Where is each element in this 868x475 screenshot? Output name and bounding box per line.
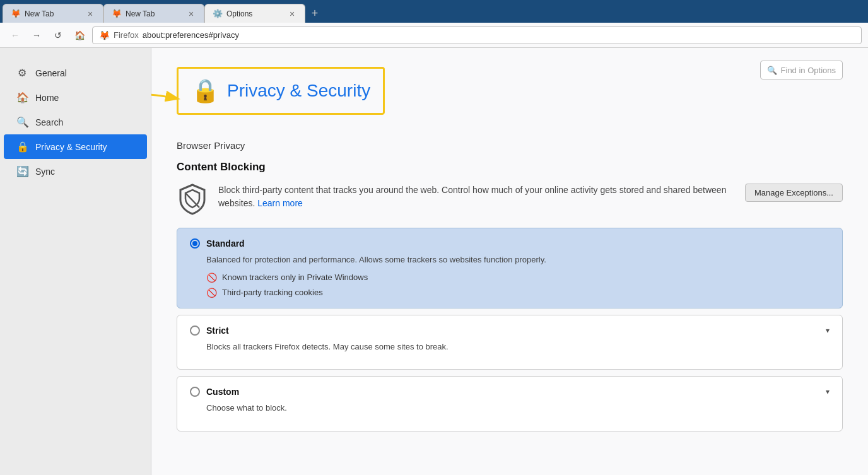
strict-description: Blocks all trackers Firefox detects. May… bbox=[206, 341, 830, 353]
gear-icon: ⚙ bbox=[16, 67, 28, 79]
lock-icon: 🔒 bbox=[16, 141, 28, 153]
shield-icon-wrapper bbox=[177, 184, 208, 215]
page-title-section: 🔒 Privacy & Security bbox=[177, 67, 385, 115]
tab-favicon-2: 🦊 bbox=[112, 9, 122, 18]
tab-list: 🦊 New Tab × 🦊 New Tab × ⚙️ Options × + bbox=[0, 0, 324, 23]
blocking-header: Block third-party content that tracks yo… bbox=[177, 184, 843, 215]
sidebar-label-home: Home bbox=[35, 93, 59, 103]
title-bar: 🦊 New Tab × 🦊 New Tab × ⚙️ Options × + bbox=[0, 0, 868, 23]
tab-favicon-3: ⚙️ bbox=[213, 9, 223, 18]
sync-icon: 🔄 bbox=[16, 165, 28, 177]
search-icon: 🔍 bbox=[16, 116, 28, 128]
forward-button[interactable]: → bbox=[28, 26, 45, 44]
address-bar: ← → ↺ 🏠 🦊 Firefox about:preferences#priv… bbox=[0, 23, 868, 48]
content-blocking-heading: Content Blocking bbox=[177, 161, 843, 173]
tracker-icon-1: 🚫 bbox=[206, 273, 217, 283]
blocking-description-wrapper: Block third-party content that tracks yo… bbox=[218, 184, 735, 210]
refresh-button[interactable]: ↺ bbox=[49, 26, 67, 44]
back-button[interactable]: ← bbox=[6, 26, 24, 44]
page-title-highlight: 🔒 Privacy & Security bbox=[177, 67, 385, 115]
find-placeholder: Find in Options bbox=[781, 66, 836, 75]
tab-close-2[interactable]: × bbox=[186, 9, 196, 19]
tab-label-2: New Tab bbox=[126, 9, 155, 18]
tab-close-3[interactable]: × bbox=[287, 9, 297, 19]
radio-option-custom[interactable]: Custom ▾ Choose what to block. bbox=[177, 376, 843, 431]
new-tab-button[interactable]: + bbox=[305, 4, 324, 23]
browser-content: ⚙ General 🏠 Home 🔍 Search 🔒 Privacy & Se… bbox=[0, 48, 868, 475]
custom-header: Custom ▾ bbox=[190, 387, 830, 397]
home-icon: 🏠 bbox=[16, 91, 28, 103]
standard-description: Balanced for protection and performance.… bbox=[206, 254, 830, 266]
find-icon: 🔍 bbox=[767, 66, 777, 75]
tracker-icon-2: 🚫 bbox=[206, 288, 217, 298]
sidebar-label-sync: Sync bbox=[35, 167, 55, 177]
privacy-lock-icon: 🔒 bbox=[191, 78, 220, 104]
custom-radio[interactable] bbox=[190, 387, 200, 397]
sidebar-item-home[interactable]: 🏠 Home bbox=[4, 85, 147, 110]
firefox-label: Firefox bbox=[114, 30, 139, 40]
custom-description: Choose what to block. bbox=[206, 402, 830, 414]
standard-feature-1: 🚫 Known trackers only in Private Windows bbox=[206, 273, 830, 283]
sidebar-label-general: General bbox=[35, 68, 67, 78]
url-display[interactable]: about:preferences#privacy bbox=[143, 30, 855, 40]
svg-line-1 bbox=[185, 193, 199, 208]
tab-new-tab-1[interactable]: 🦊 New Tab × bbox=[3, 4, 103, 23]
custom-expand-icon: ▾ bbox=[826, 387, 830, 396]
feature-text-2: Third-party tracking cookies bbox=[222, 288, 323, 297]
standard-header: Standard bbox=[190, 238, 830, 249]
radio-option-standard[interactable]: Standard Balanced for protection and per… bbox=[177, 228, 843, 308]
strict-header: Strict ▾ bbox=[190, 325, 830, 336]
custom-label: Custom bbox=[206, 387, 239, 397]
sidebar-item-sync[interactable]: 🔄 Sync bbox=[4, 159, 147, 184]
address-input-wrapper[interactable]: 🦊 Firefox about:preferences#privacy bbox=[92, 26, 862, 44]
standard-radio[interactable] bbox=[190, 238, 200, 249]
feature-text-1: Known trackers only in Private Windows bbox=[222, 273, 368, 282]
learn-more-link[interactable]: Learn more bbox=[257, 198, 303, 208]
standard-feature-2: 🚫 Third-party tracking cookies bbox=[206, 288, 830, 298]
sidebar-item-search[interactable]: 🔍 Search bbox=[4, 110, 147, 134]
tab-label-3: Options bbox=[226, 9, 252, 18]
sidebar-label-search: Search bbox=[35, 117, 63, 127]
browser-privacy-heading: Browser Privacy bbox=[177, 140, 843, 151]
strict-radio[interactable] bbox=[190, 325, 200, 336]
tab-close-1[interactable]: × bbox=[85, 9, 95, 19]
standard-features: 🚫 Known trackers only in Private Windows… bbox=[206, 273, 830, 298]
main-content: 🔍 Find in Options 🔒 Privacy & Security B… bbox=[151, 48, 868, 475]
tab-new-tab-2[interactable]: 🦊 New Tab × bbox=[103, 4, 204, 23]
tab-favicon-1: 🦊 bbox=[11, 9, 21, 18]
sidebar: ⚙ General 🏠 Home 🔍 Search 🔒 Privacy & Se… bbox=[0, 48, 151, 475]
find-bar[interactable]: 🔍 Find in Options bbox=[760, 61, 843, 79]
strict-expand-icon: ▾ bbox=[826, 326, 830, 335]
radio-option-strict[interactable]: Strict ▾ Blocks all trackers Firefox det… bbox=[177, 315, 843, 370]
sidebar-label-privacy: Privacy & Security bbox=[35, 142, 107, 152]
standard-label: Standard bbox=[206, 238, 245, 249]
shield-icon bbox=[178, 184, 207, 215]
page-title: Privacy & Security bbox=[227, 81, 370, 101]
home-button[interactable]: 🏠 bbox=[71, 26, 88, 44]
tab-options[interactable]: ⚙️ Options × bbox=[204, 4, 305, 23]
sidebar-item-privacy[interactable]: 🔒 Privacy & Security bbox=[4, 134, 147, 159]
tab-label-1: New Tab bbox=[25, 9, 54, 18]
sidebar-item-general[interactable]: ⚙ General bbox=[4, 61, 147, 85]
firefox-logo: 🦊 bbox=[99, 30, 110, 40]
strict-label: Strict bbox=[206, 325, 229, 336]
manage-exceptions-button[interactable]: Manage Exceptions... bbox=[745, 184, 843, 202]
